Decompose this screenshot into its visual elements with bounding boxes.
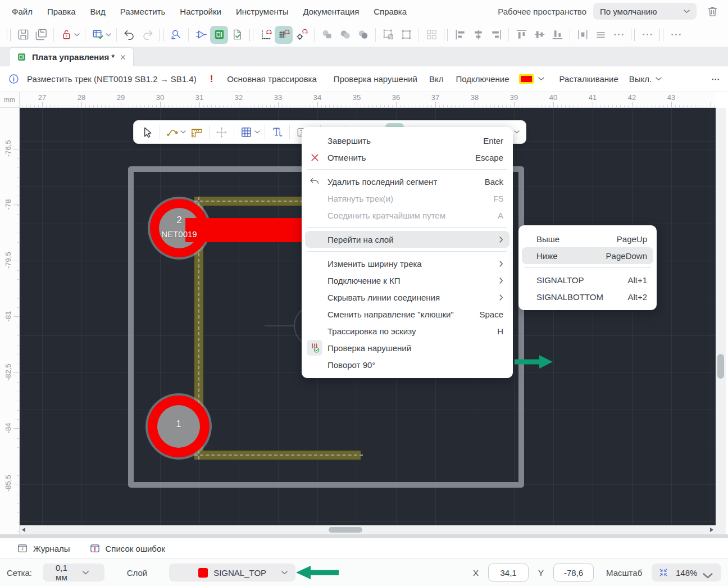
place-text-icon[interactable] [268,123,286,142]
selection-filter-icon[interactable] [422,26,440,44]
schematic-editor-icon[interactable] [192,26,210,44]
coord-y-input[interactable] [553,564,594,582]
toolbar-handle[interactable] [249,29,253,41]
drc-state-toggle[interactable]: Вкл [429,74,444,84]
undo-icon[interactable] [120,26,138,44]
align-left-icon[interactable] [451,26,469,44]
menu-настройки[interactable]: Настройки [172,7,229,16]
group-selection-icon[interactable] [379,26,397,44]
menu-item-hide-connection-lines[interactable]: Скрывать линии соединения [302,289,513,306]
menu-инструменты[interactable]: Инструменты [229,7,296,16]
push-state-toggle[interactable]: Выкл. [629,74,652,84]
move-grid-icon[interactable] [212,123,231,142]
menu-вид[interactable]: Вид [83,7,113,16]
menu-item-sketch-routing[interactable]: Трассировка по эскизуH [302,322,513,339]
menu-item-layer-down[interactable]: НижеPageDown [522,247,653,264]
grid-step-select[interactable]: 0,1 мм [43,564,104,582]
menu-item-layer-signalbottom[interactable]: SIGNALBOTTOMAlt+2 [518,288,657,305]
tab-board[interactable]: Плата управления * [9,47,134,66]
chevron-down-icon[interactable] [106,33,111,37]
trash-button[interactable] [703,2,721,20]
vertical-scrollbar-thumb[interactable] [717,354,724,379]
netlist-check-icon[interactable] [89,26,107,44]
scroll-left-arrow-icon[interactable] [22,528,25,532]
zoom-scale-select[interactable]: 148% [652,564,721,582]
shape-union-icon[interactable] [318,26,336,44]
active-layer-select[interactable]: SIGNAL_TOP [169,564,295,582]
coord-x-input[interactable] [488,564,529,582]
toolbar-handle[interactable] [659,29,663,41]
shape-intersect-icon[interactable] [354,26,372,44]
menu-item-drc-check[interactable]: Проверка нарушений [302,339,513,356]
align-right-icon[interactable] [487,26,505,44]
menu-item-tighten-tracks[interactable]: Натянуть трек(и)F5 [302,190,513,207]
menu-item-cancel[interactable]: ОтменитьEscape [302,149,513,166]
redo-icon[interactable] [138,26,156,44]
menu-документация[interactable]: Документация [295,7,366,16]
logs-button[interactable]: Журналы [17,543,70,554]
vertical-scrollbar[interactable] [716,108,726,525]
connection-label: Подключение [456,74,509,84]
menu-файл[interactable]: Файл [4,7,40,16]
align-bottom-icon[interactable] [548,26,566,44]
tab-close-icon[interactable] [120,53,126,62]
horizontal-scrollbar[interactable] [20,525,716,534]
chevron-down-icon[interactable] [254,130,260,134]
menu-item-layer-signaltop[interactable]: SIGNALTOPAlt+1 [518,271,657,288]
horizontal-scrollbar-thumb[interactable] [329,527,362,533]
chevron-down-icon[interactable] [74,33,80,37]
menu-item-delete-last-segment[interactable]: Удалить последний сегментBack [302,173,513,190]
document-check-icon[interactable] [228,26,246,44]
align-middle-icon[interactable] [592,26,609,44]
align-vcenter-icon[interactable] [469,26,487,44]
edit-group-icon[interactable] [397,26,415,44]
chevron-down-icon[interactable] [656,77,662,81]
chevron-down-icon[interactable] [538,77,544,81]
search-components-icon[interactable] [167,26,185,44]
menu-item-finish[interactable]: ЗавершитьEnter [302,132,513,149]
chevron-down-icon[interactable] [514,130,520,134]
align-hcenter-icon[interactable] [530,26,548,44]
toolbar-handle[interactable] [631,29,635,41]
menu-item-label: Удалить последний сегмент [327,177,478,187]
route-track-icon[interactable] [163,123,181,142]
menu-разместить[interactable]: Разместить [113,7,173,16]
select-cursor-icon[interactable] [138,123,157,142]
current-action-label: Разместить трек (NET0019 SB1.2 → SB1.4) [27,74,197,84]
menu-правка[interactable]: Правка [40,7,83,16]
chevron-down-icon[interactable] [180,130,186,134]
save-icon[interactable] [14,26,32,44]
toolbar-handle[interactable] [160,29,163,41]
error-list-button[interactable]: Список ошибок [89,543,165,554]
toolbar-handle[interactable] [7,29,11,41]
lock-icon[interactable] [57,26,75,44]
align-top-icon[interactable] [512,26,530,44]
snap-coordinates-icon[interactable] [257,26,275,44]
pcb-editor-icon[interactable] [210,26,228,44]
scrollbar-corner [716,525,726,534]
menu-item-rotate-90[interactable]: Поворот 90° [302,356,513,373]
grid-icon[interactable] [237,123,256,142]
scroll-right-arrow-icon[interactable] [710,528,713,532]
more-options-button[interactable]: ⋯ [711,74,720,84]
shape-subtract-icon[interactable] [336,26,354,44]
distribute-h-icon[interactable] [574,26,592,44]
snap-grid-icon[interactable] [275,26,293,44]
toolbar-handle[interactable] [444,29,448,41]
menu-item-change-bend-direction[interactable]: Сменить направление "клюшки"Space [302,306,513,322]
save-all-icon[interactable] [32,26,50,44]
menu-справка[interactable]: Справка [366,7,414,16]
more-h-icon[interactable] [638,26,656,44]
menu-item-pad-connection[interactable]: Подключение к КП [302,272,513,289]
workspace-select[interactable]: По умолчанию [593,3,697,20]
menu-item-layer-up[interactable]: ВышеPageUp [518,230,657,247]
menu-item-change-track-width[interactable]: Изменить ширину трека [302,255,513,272]
more-h-icon[interactable] [609,26,627,44]
measure-ruler-icon[interactable] [188,123,206,142]
routing-mode-label[interactable]: Основная трассировка [227,74,317,84]
connection-color-swatch[interactable] [519,74,534,84]
more-h-icon[interactable] [667,26,685,44]
menu-item-go-to-layer[interactable]: Перейти на слой [305,231,509,248]
snap-settings-icon[interactable] [293,26,311,44]
menu-item-connect-shortest[interactable]: Соединить кратчайшим путемA [302,207,513,224]
